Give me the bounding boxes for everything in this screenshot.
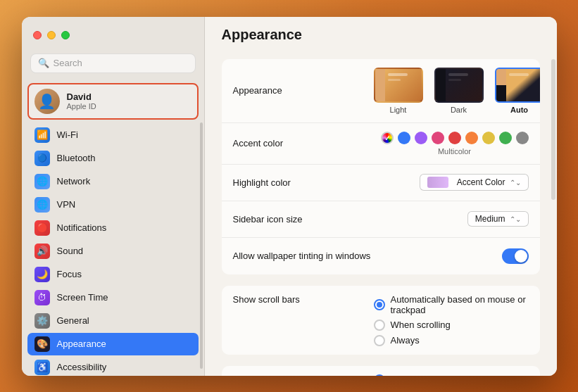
sidebar-icon-size-dropdown[interactable]: Medium ⌃⌄	[467, 211, 529, 227]
scroll-auto-row[interactable]: Automatically based on mouse or trackpad	[374, 294, 529, 315]
main-content: Appearance Appearance	[205, 17, 557, 376]
accent-dot-graphite[interactable]	[516, 132, 529, 144]
search-bar[interactable]: 🔍 Search	[30, 53, 196, 73]
sidebar-label-appearance: Appearance	[57, 339, 106, 349]
vpn-icon: 🌐	[34, 197, 50, 213]
wifi-icon: 📶	[34, 127, 50, 143]
sidebar-label-notifications: Notifications	[57, 222, 107, 233]
sidebar-item-appearance[interactable]: 🎨 Appearance	[27, 333, 199, 355]
page-title: Appearance	[222, 27, 303, 43]
titlebar	[22, 17, 204, 53]
appearance-label-auto: Auto	[510, 106, 528, 114]
thumb-inner-light	[375, 69, 422, 101]
wallpaper-tinting-toggle[interactable]	[502, 248, 529, 264]
sidebar: 🔍 Search 👤 David Apple ID 📶 Wi-Fi 🔵 Blue…	[22, 17, 205, 376]
main-titlebar: Appearance	[205, 17, 557, 53]
sidebar-item-accessibility[interactable]: ♿ Accessibility	[27, 356, 199, 376]
accent-dot-red[interactable]	[448, 132, 461, 144]
scroll-scrolling-label: When scrolling	[391, 320, 451, 330]
sound-icon: 🔊	[34, 244, 50, 259]
profile-row[interactable]: 👤 David Apple ID	[27, 83, 199, 120]
wallpaper-tinting-control	[374, 248, 529, 264]
highlight-color-dropdown[interactable]: Accent Color ⌃⌄	[420, 174, 529, 191]
sidebar-item-sound[interactable]: 🔊 Sound	[27, 240, 199, 263]
main-scrollbar[interactable]	[551, 59, 555, 200]
sidebar-item-screen-time[interactable]: ⏱ Screen Time	[27, 286, 199, 309]
sidebar-icon-size-row: Sidebar icon size Medium ⌃⌄	[222, 201, 540, 238]
accent-dot-blue[interactable]	[398, 132, 410, 144]
appearance-icon: 🎨	[34, 336, 50, 352]
click-scroll-radio-group: Jump to the next page	[374, 374, 529, 376]
nav-section: 📶 Wi-Fi 🔵 Bluetooth 🌐 Network 🌐 VPN 🔴 No…	[22, 124, 204, 376]
appearance-option-light[interactable]: Light	[374, 68, 423, 114]
accent-dot-yellow[interactable]	[482, 132, 495, 144]
minimize-button[interactable]	[47, 31, 56, 39]
accent-dot-orange[interactable]	[465, 132, 478, 144]
accent-dot-pink[interactable]	[432, 132, 444, 144]
toggle-knob	[515, 250, 527, 263]
sidebar-label-network: Network	[57, 176, 91, 186]
sidebar-icon-size-control: Medium ⌃⌄	[374, 211, 529, 227]
click-next-page-label: Jump to the next page	[391, 374, 482, 376]
appearance-option-dark[interactable]: Dark	[434, 68, 484, 114]
sidebar-item-wifi[interactable]: 📶 Wi-Fi	[27, 124, 199, 146]
click-scroll-label: Click in the scroll bar to	[233, 374, 374, 376]
click-scroll-row: Click in the scroll bar to Jump to the n…	[222, 366, 540, 376]
click-next-page-radio[interactable]	[374, 374, 385, 376]
profile-name: David	[67, 91, 96, 102]
appearance-options: Light	[374, 68, 540, 114]
scroll-auto-label: Automatically based on mouse or trackpad	[391, 294, 529, 315]
sidebar-label-screen-time: Screen Time	[57, 292, 108, 303]
search-placeholder: Search	[54, 58, 82, 68]
scroll-scrolling-radio[interactable]	[374, 320, 385, 331]
sidebar-icon-size-value: Medium	[475, 214, 505, 224]
accent-colors-row	[381, 132, 529, 144]
appearance-option-auto[interactable]: Auto	[495, 68, 540, 114]
multicolor-label: Multicolor	[438, 147, 471, 156]
sidebar-label-focus: Focus	[57, 269, 82, 279]
sidebar-item-network[interactable]: 🌐 Network	[27, 170, 199, 193]
scroll-bars-options: Automatically based on mouse or trackpad…	[374, 294, 529, 346]
network-icon: 🌐	[34, 174, 50, 189]
accent-dot-purple[interactable]	[415, 132, 427, 144]
thumb-inner-auto	[496, 69, 540, 101]
maximize-button[interactable]	[61, 31, 70, 39]
click-next-page-row[interactable]: Jump to the next page	[374, 374, 529, 376]
appearance-row-label: Appearance	[233, 85, 374, 96]
highlight-color-row: Highlight color Accent Color ⌃⌄	[222, 165, 540, 201]
accent-dot-multicolor[interactable]	[381, 132, 394, 144]
sidebar-label-wifi: Wi-Fi	[57, 129, 78, 140]
chevron-updown-icon-2: ⌃⌄	[510, 215, 521, 223]
focus-icon: 🌙	[34, 267, 50, 282]
close-button[interactable]	[33, 31, 42, 39]
sidebar-item-focus[interactable]: 🌙 Focus	[27, 263, 199, 286]
scroll-always-radio[interactable]	[374, 335, 385, 346]
wallpaper-tinting-label: Allow wallpaper tinting in windows	[233, 251, 374, 261]
sidebar-item-vpn[interactable]: 🌐 VPN	[27, 194, 199, 216]
appearance-row: Appearance	[222, 59, 540, 123]
accent-dot-green[interactable]	[499, 132, 512, 144]
profile-subtitle: Apple ID	[67, 102, 96, 110]
sidebar-item-bluetooth[interactable]: 🔵 Bluetooth	[27, 147, 199, 170]
sidebar-item-notifications[interactable]: 🔴 Notifications	[27, 217, 199, 239]
appearance-label-light: Light	[390, 106, 407, 114]
scroll-scrolling-row[interactable]: When scrolling	[374, 320, 529, 331]
scroll-auto-radio[interactable]	[374, 299, 385, 310]
thumb-inner-dark	[436, 69, 482, 101]
bluetooth-icon: 🔵	[34, 151, 50, 166]
accent-color-row: Accent color	[222, 123, 540, 165]
general-icon: ⚙️	[34, 313, 50, 329]
sidebar-scrollbar[interactable]	[200, 122, 203, 369]
profile-text: David Apple ID	[67, 91, 96, 110]
appearance-thumb-dark	[434, 68, 484, 103]
notifications-icon: 🔴	[34, 220, 50, 236]
scroll-bars-label: Show scroll bars	[233, 294, 374, 305]
scroll-bars-section: Show scroll bars Automatically based on …	[222, 286, 540, 355]
sidebar-label-bluetooth: Bluetooth	[57, 153, 96, 163]
content-area: Appearance	[205, 53, 557, 376]
highlight-color-label: Highlight color	[233, 177, 374, 188]
scroll-always-row[interactable]: Always	[374, 335, 529, 346]
sidebar-item-general[interactable]: ⚙️ General	[27, 310, 199, 332]
scroll-bars-radio-group: Automatically based on mouse or trackpad…	[374, 294, 529, 346]
highlight-color-value: Accent Color	[457, 177, 505, 187]
